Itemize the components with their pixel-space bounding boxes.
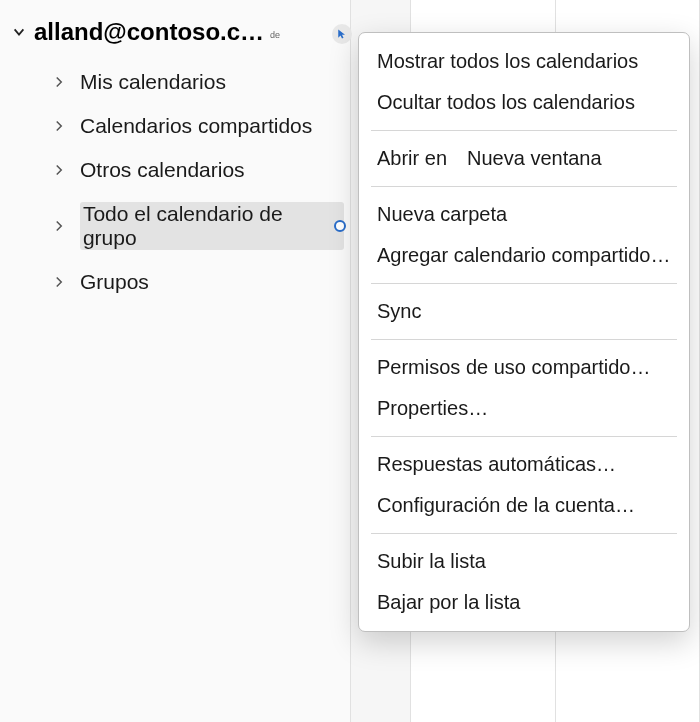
menu-auto-replies[interactable]: Respuestas automáticas… <box>359 444 689 485</box>
menu-separator <box>371 533 677 534</box>
account-badge: de <box>270 30 280 40</box>
menu-account-settings[interactable]: Configuración de la cuenta… <box>359 485 689 526</box>
tree-item-label: Todo el calendario de grupo <box>80 202 344 250</box>
chevron-right-icon <box>50 217 68 235</box>
menu-hide-all[interactable]: Ocultar todos los calendarios <box>359 82 689 123</box>
tree-item-label: Grupos <box>80 270 149 294</box>
account-name: alland@contoso.c… <box>34 18 264 46</box>
account-header[interactable]: alland@contoso.c… de <box>0 18 350 60</box>
chevron-right-icon <box>50 161 68 179</box>
menu-move-up[interactable]: Subir la lista <box>359 541 689 582</box>
menu-add-shared[interactable]: Agregar calendario compartido… <box>359 235 689 276</box>
tree-item-label: Otros calendarios <box>80 158 245 182</box>
chevron-down-icon <box>10 23 28 41</box>
menu-sharing-permissions[interactable]: Permisos de uso compartido… <box>359 347 689 388</box>
chevron-right-icon <box>50 117 68 135</box>
chevron-right-icon <box>50 273 68 291</box>
tree-item-otros-calendarios[interactable]: Otros calendarios <box>44 148 350 192</box>
menu-sync[interactable]: Sync <box>359 291 689 332</box>
menu-properties[interactable]: Properties… <box>359 388 689 429</box>
menu-separator <box>371 130 677 131</box>
chevron-right-icon <box>50 73 68 91</box>
tree-item-grupos[interactable]: Grupos <box>44 260 350 304</box>
tree-item-label: Mis calendarios <box>80 70 226 94</box>
tree-item-calendarios-compartidos[interactable]: Calendarios compartidos <box>44 104 350 148</box>
calendar-tree: Mis calendarios Calendarios compartidos … <box>0 60 350 304</box>
menu-new-folder[interactable]: Nueva carpeta <box>359 194 689 235</box>
menu-open-in-label: Abrir en <box>377 147 447 170</box>
menu-separator <box>371 186 677 187</box>
menu-open-in[interactable]: Abrir en Nueva ventana <box>359 138 689 179</box>
tree-item-label: Calendarios compartidos <box>80 114 312 138</box>
menu-show-all[interactable]: Mostrar todos los calendarios <box>359 41 689 82</box>
tree-item-todo-grupo[interactable]: Todo el calendario de grupo <box>44 192 350 260</box>
menu-separator <box>371 436 677 437</box>
tree-item-mis-calendarios[interactable]: Mis calendarios <box>44 60 350 104</box>
menu-separator <box>371 339 677 340</box>
cursor-icon <box>332 24 352 44</box>
menu-move-down[interactable]: Bajar por la lista <box>359 582 689 623</box>
menu-open-in-value: Nueva ventana <box>467 147 602 170</box>
calendar-sidebar: alland@contoso.c… de Mis calendarios Cal… <box>0 0 350 304</box>
context-menu: Mostrar todos los calendarios Ocultar to… <box>358 32 690 632</box>
menu-separator <box>371 283 677 284</box>
